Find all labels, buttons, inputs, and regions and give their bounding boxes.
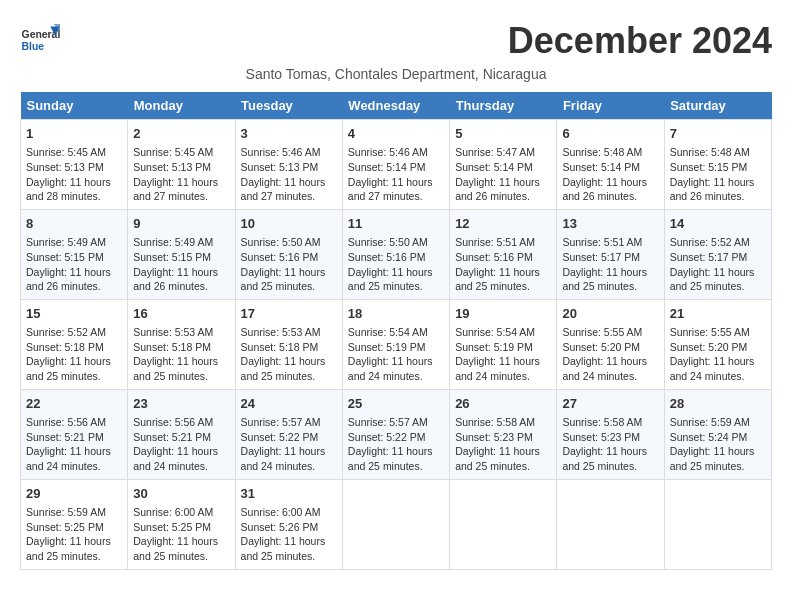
- day-number: 13: [562, 215, 658, 233]
- calendar-week-3: 15Sunrise: 5:52 AM Sunset: 5:18 PM Dayli…: [21, 299, 772, 389]
- logo: General Blue: [20, 20, 64, 60]
- calendar-cell: 30Sunrise: 6:00 AM Sunset: 5:25 PM Dayli…: [128, 479, 235, 569]
- calendar-week-2: 8Sunrise: 5:49 AM Sunset: 5:15 PM Daylig…: [21, 209, 772, 299]
- day-info: Sunrise: 5:59 AM Sunset: 5:25 PM Dayligh…: [26, 505, 122, 564]
- calendar-cell: 9Sunrise: 5:49 AM Sunset: 5:15 PM Daylig…: [128, 209, 235, 299]
- svg-text:Blue: Blue: [22, 41, 45, 52]
- day-number: 30: [133, 485, 229, 503]
- calendar-cell: 31Sunrise: 6:00 AM Sunset: 5:26 PM Dayli…: [235, 479, 342, 569]
- day-info: Sunrise: 5:54 AM Sunset: 5:19 PM Dayligh…: [455, 325, 551, 384]
- weekday-header-tuesday: Tuesday: [235, 92, 342, 120]
- calendar-week-4: 22Sunrise: 5:56 AM Sunset: 5:21 PM Dayli…: [21, 389, 772, 479]
- calendar-cell: 19Sunrise: 5:54 AM Sunset: 5:19 PM Dayli…: [450, 299, 557, 389]
- day-info: Sunrise: 5:50 AM Sunset: 5:16 PM Dayligh…: [241, 235, 337, 294]
- calendar-cell: 17Sunrise: 5:53 AM Sunset: 5:18 PM Dayli…: [235, 299, 342, 389]
- calendar-week-5: 29Sunrise: 5:59 AM Sunset: 5:25 PM Dayli…: [21, 479, 772, 569]
- day-info: Sunrise: 5:57 AM Sunset: 5:22 PM Dayligh…: [348, 415, 444, 474]
- day-number: 22: [26, 395, 122, 413]
- calendar-cell: 10Sunrise: 5:50 AM Sunset: 5:16 PM Dayli…: [235, 209, 342, 299]
- day-info: Sunrise: 5:48 AM Sunset: 5:14 PM Dayligh…: [562, 145, 658, 204]
- day-info: Sunrise: 5:45 AM Sunset: 5:13 PM Dayligh…: [133, 145, 229, 204]
- calendar-cell: 3Sunrise: 5:46 AM Sunset: 5:13 PM Daylig…: [235, 120, 342, 210]
- day-number: 9: [133, 215, 229, 233]
- day-info: Sunrise: 5:56 AM Sunset: 5:21 PM Dayligh…: [133, 415, 229, 474]
- day-number: 18: [348, 305, 444, 323]
- calendar-cell: 11Sunrise: 5:50 AM Sunset: 5:16 PM Dayli…: [342, 209, 449, 299]
- day-number: 16: [133, 305, 229, 323]
- day-info: Sunrise: 5:57 AM Sunset: 5:22 PM Dayligh…: [241, 415, 337, 474]
- day-info: Sunrise: 5:46 AM Sunset: 5:13 PM Dayligh…: [241, 145, 337, 204]
- calendar-cell: 2Sunrise: 5:45 AM Sunset: 5:13 PM Daylig…: [128, 120, 235, 210]
- day-info: Sunrise: 5:48 AM Sunset: 5:15 PM Dayligh…: [670, 145, 766, 204]
- day-number: 10: [241, 215, 337, 233]
- day-info: Sunrise: 5:46 AM Sunset: 5:14 PM Dayligh…: [348, 145, 444, 204]
- calendar-cell: 13Sunrise: 5:51 AM Sunset: 5:17 PM Dayli…: [557, 209, 664, 299]
- calendar-cell: [342, 479, 449, 569]
- day-number: 3: [241, 125, 337, 143]
- day-number: 24: [241, 395, 337, 413]
- calendar-cell: 27Sunrise: 5:58 AM Sunset: 5:23 PM Dayli…: [557, 389, 664, 479]
- day-info: Sunrise: 5:56 AM Sunset: 5:21 PM Dayligh…: [26, 415, 122, 474]
- day-number: 11: [348, 215, 444, 233]
- calendar-cell: 7Sunrise: 5:48 AM Sunset: 5:15 PM Daylig…: [664, 120, 771, 210]
- calendar-week-1: 1Sunrise: 5:45 AM Sunset: 5:13 PM Daylig…: [21, 120, 772, 210]
- day-number: 29: [26, 485, 122, 503]
- day-info: Sunrise: 5:52 AM Sunset: 5:18 PM Dayligh…: [26, 325, 122, 384]
- day-info: Sunrise: 5:55 AM Sunset: 5:20 PM Dayligh…: [670, 325, 766, 384]
- day-number: 27: [562, 395, 658, 413]
- month-title: December 2024: [508, 20, 772, 62]
- day-info: Sunrise: 5:52 AM Sunset: 5:17 PM Dayligh…: [670, 235, 766, 294]
- day-info: Sunrise: 5:47 AM Sunset: 5:14 PM Dayligh…: [455, 145, 551, 204]
- day-info: Sunrise: 6:00 AM Sunset: 5:25 PM Dayligh…: [133, 505, 229, 564]
- day-number: 31: [241, 485, 337, 503]
- calendar-cell: 25Sunrise: 5:57 AM Sunset: 5:22 PM Dayli…: [342, 389, 449, 479]
- day-number: 2: [133, 125, 229, 143]
- day-info: Sunrise: 5:49 AM Sunset: 5:15 PM Dayligh…: [133, 235, 229, 294]
- day-info: Sunrise: 5:49 AM Sunset: 5:15 PM Dayligh…: [26, 235, 122, 294]
- calendar-cell: 6Sunrise: 5:48 AM Sunset: 5:14 PM Daylig…: [557, 120, 664, 210]
- calendar-cell: 16Sunrise: 5:53 AM Sunset: 5:18 PM Dayli…: [128, 299, 235, 389]
- calendar-cell: 29Sunrise: 5:59 AM Sunset: 5:25 PM Dayli…: [21, 479, 128, 569]
- day-info: Sunrise: 5:53 AM Sunset: 5:18 PM Dayligh…: [133, 325, 229, 384]
- day-number: 20: [562, 305, 658, 323]
- day-info: Sunrise: 5:51 AM Sunset: 5:16 PM Dayligh…: [455, 235, 551, 294]
- weekday-header-thursday: Thursday: [450, 92, 557, 120]
- day-number: 7: [670, 125, 766, 143]
- calendar-cell: 18Sunrise: 5:54 AM Sunset: 5:19 PM Dayli…: [342, 299, 449, 389]
- calendar-cell: 4Sunrise: 5:46 AM Sunset: 5:14 PM Daylig…: [342, 120, 449, 210]
- day-info: Sunrise: 5:55 AM Sunset: 5:20 PM Dayligh…: [562, 325, 658, 384]
- day-number: 8: [26, 215, 122, 233]
- day-info: Sunrise: 5:59 AM Sunset: 5:24 PM Dayligh…: [670, 415, 766, 474]
- day-number: 25: [348, 395, 444, 413]
- day-number: 12: [455, 215, 551, 233]
- day-info: Sunrise: 6:00 AM Sunset: 5:26 PM Dayligh…: [241, 505, 337, 564]
- calendar-cell: 1Sunrise: 5:45 AM Sunset: 5:13 PM Daylig…: [21, 120, 128, 210]
- weekday-header-friday: Friday: [557, 92, 664, 120]
- weekday-header-wednesday: Wednesday: [342, 92, 449, 120]
- calendar-cell: 23Sunrise: 5:56 AM Sunset: 5:21 PM Dayli…: [128, 389, 235, 479]
- day-number: 15: [26, 305, 122, 323]
- day-number: 14: [670, 215, 766, 233]
- calendar-cell: 15Sunrise: 5:52 AM Sunset: 5:18 PM Dayli…: [21, 299, 128, 389]
- calendar-cell: 24Sunrise: 5:57 AM Sunset: 5:22 PM Dayli…: [235, 389, 342, 479]
- calendar-cell: [557, 479, 664, 569]
- calendar-cell: 22Sunrise: 5:56 AM Sunset: 5:21 PM Dayli…: [21, 389, 128, 479]
- subtitle: Santo Tomas, Chontales Department, Nicar…: [20, 66, 772, 82]
- day-info: Sunrise: 5:58 AM Sunset: 5:23 PM Dayligh…: [455, 415, 551, 474]
- calendar-cell: 20Sunrise: 5:55 AM Sunset: 5:20 PM Dayli…: [557, 299, 664, 389]
- calendar-cell: [450, 479, 557, 569]
- day-number: 23: [133, 395, 229, 413]
- day-number: 6: [562, 125, 658, 143]
- calendar-cell: 26Sunrise: 5:58 AM Sunset: 5:23 PM Dayli…: [450, 389, 557, 479]
- day-info: Sunrise: 5:58 AM Sunset: 5:23 PM Dayligh…: [562, 415, 658, 474]
- calendar-table: SundayMondayTuesdayWednesdayThursdayFrid…: [20, 92, 772, 570]
- day-number: 5: [455, 125, 551, 143]
- day-number: 4: [348, 125, 444, 143]
- calendar-cell: 12Sunrise: 5:51 AM Sunset: 5:16 PM Dayli…: [450, 209, 557, 299]
- day-number: 1: [26, 125, 122, 143]
- page-header: General Blue December 2024: [20, 20, 772, 62]
- day-info: Sunrise: 5:53 AM Sunset: 5:18 PM Dayligh…: [241, 325, 337, 384]
- calendar-cell: 8Sunrise: 5:49 AM Sunset: 5:15 PM Daylig…: [21, 209, 128, 299]
- day-info: Sunrise: 5:45 AM Sunset: 5:13 PM Dayligh…: [26, 145, 122, 204]
- day-info: Sunrise: 5:50 AM Sunset: 5:16 PM Dayligh…: [348, 235, 444, 294]
